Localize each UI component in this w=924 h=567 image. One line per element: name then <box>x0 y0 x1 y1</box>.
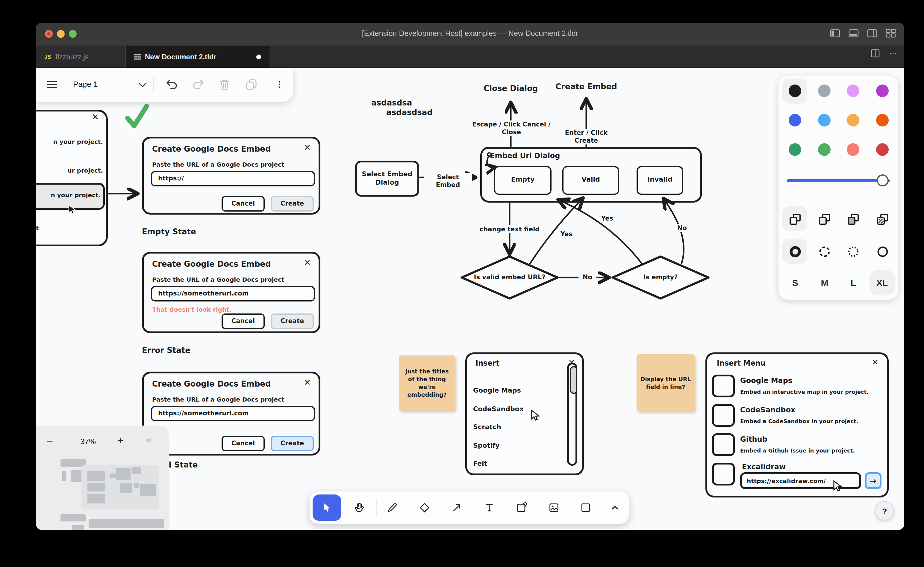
zoom-out-button[interactable]: − <box>47 435 53 448</box>
opacity-slider-handle[interactable] <box>877 174 889 186</box>
close-icon[interactable]: ✕ <box>304 258 311 267</box>
size-xl-button[interactable]: XL <box>869 274 895 292</box>
embed-name[interactable]: Excalidraw <box>742 463 786 471</box>
dialog-error-state[interactable]: Create Google Docs Embed ✕ Paste the URL… <box>142 252 320 333</box>
color-light-red[interactable] <box>847 143 860 156</box>
dash-dashed-icon[interactable] <box>818 245 831 258</box>
split-editor-icon[interactable] <box>871 49 880 57</box>
fill-semi-icon[interactable] <box>818 213 831 226</box>
size-s-button[interactable]: S <box>782 274 808 292</box>
hand-tool-icon[interactable] <box>353 502 365 514</box>
rectangle-tool-icon[interactable] <box>580 502 592 514</box>
menu-item[interactable]: Felt <box>473 460 487 468</box>
more-tools-chevron-icon[interactable] <box>609 502 621 514</box>
close-icon[interactable]: ✕ <box>304 377 311 387</box>
cancel-button[interactable]: Cancel <box>222 313 265 329</box>
eraser-tool-icon[interactable] <box>418 502 430 514</box>
dash-solid-icon[interactable] <box>876 245 889 258</box>
url-input[interactable]: https:// <box>151 171 315 186</box>
fill-solid-icon[interactable] <box>847 213 860 226</box>
insert-menu-mockup[interactable]: Insert ✕ Google Maps CodeSandbox Scratch… <box>465 352 584 475</box>
embed-desc: Embed a Github Issue in your project. <box>740 448 855 454</box>
fill-none-icon[interactable] <box>789 213 802 226</box>
scrollbar-track[interactable] <box>567 362 577 466</box>
clipped-dialog-shape[interactable]: ✕ <box>36 110 108 246</box>
customize-layout-icon[interactable] <box>886 29 896 38</box>
embed-name[interactable]: Github <box>740 435 767 444</box>
url-input[interactable]: https://someotherurl.com <box>151 406 315 421</box>
dash-draw-icon[interactable] <box>789 245 802 258</box>
arrow-tool-icon[interactable] <box>451 502 463 514</box>
draw-tool-icon[interactable] <box>386 502 398 514</box>
text-tool-icon[interactable] <box>483 502 495 514</box>
sticky-note[interactable]: Just the titles of the thing we're embed… <box>399 355 455 411</box>
tab-fizzbuzz[interactable]: JS fizzbuzz.js <box>36 45 126 68</box>
close-icon[interactable]: ✕ <box>872 358 879 367</box>
fill-pattern-icon[interactable] <box>876 213 889 226</box>
select-embed-dialog-box[interactable]: Select Embed Dialog <box>355 161 419 197</box>
main-menu-icon[interactable] <box>47 80 57 89</box>
dash-dotted-icon[interactable] <box>847 245 860 258</box>
state-valid-box[interactable]: Valid <box>562 166 619 195</box>
color-green[interactable] <box>789 143 801 156</box>
color-blue[interactable] <box>789 114 801 126</box>
state-empty-box[interactable]: Empty <box>494 166 552 195</box>
more-menu-icon[interactable]: ⋮ <box>276 80 283 89</box>
color-light-violet[interactable] <box>847 84 860 97</box>
note-tool-icon[interactable] <box>516 502 528 514</box>
cancel-button[interactable]: Cancel <box>222 196 265 212</box>
menu-item[interactable]: Google Maps <box>473 387 521 394</box>
help-button[interactable]: ? <box>875 501 894 520</box>
minimap[interactable] <box>36 454 169 530</box>
embed-url-input[interactable]: https://excalidraw.com/ <box>740 472 861 489</box>
dialog-empty-state[interactable]: Create Google Docs Embed ✕ Paste the URL… <box>142 137 320 215</box>
zoom-level[interactable]: 37% <box>70 437 105 446</box>
color-light-blue[interactable] <box>818 114 831 126</box>
highlighted-menu-row[interactable]: n your project. <box>36 183 105 210</box>
toggle-secondary-sidebar-icon[interactable] <box>867 29 877 38</box>
menu-item[interactable]: Spotify <box>473 442 500 450</box>
size-m-button[interactable]: M <box>812 274 838 292</box>
chevron-down-icon[interactable] <box>139 83 146 87</box>
color-light-green[interactable] <box>818 143 831 156</box>
trash-icon[interactable] <box>219 78 230 90</box>
menu-item[interactable]: Scratch <box>473 423 501 431</box>
close-icon[interactable]: ✕ <box>304 143 311 152</box>
close-icon[interactable]: ✕ <box>92 112 99 122</box>
url-input[interactable]: https://someotherurl.com <box>151 286 315 301</box>
color-violet[interactable] <box>876 84 889 97</box>
color-yellow[interactable] <box>847 114 860 126</box>
editor-actions-more-icon[interactable]: ⋯ <box>889 49 897 57</box>
embed-name[interactable]: Google Maps <box>740 376 792 385</box>
duplicate-icon[interactable] <box>246 78 258 90</box>
zoom-in-button[interactable]: + <box>117 435 124 447</box>
embed-url-dialog-container[interactable]: Embed Url Dialog Empty Valid Invalid <box>480 147 702 203</box>
create-button[interactable]: Create <box>271 436 314 451</box>
undo-icon[interactable] <box>166 79 178 90</box>
create-button[interactable]: Create <box>271 196 314 212</box>
insert-menu-detailed-mockup[interactable]: Insert Menu ✕ Google Maps Embed an inter… <box>705 352 889 498</box>
cancel-button[interactable]: Cancel <box>222 436 265 451</box>
submit-url-button[interactable]: → <box>865 472 882 489</box>
redo-icon[interactable] <box>192 79 204 90</box>
embed-name[interactable]: CodeSandbox <box>740 406 795 414</box>
select-tool-icon[interactable] <box>321 502 333 514</box>
state-invalid-box[interactable]: Invalid <box>636 166 683 195</box>
size-l-button[interactable]: L <box>840 274 867 292</box>
color-orange[interactable] <box>876 114 889 126</box>
tab-new-document[interactable]: New Document 2.tldr <box>126 45 270 68</box>
color-red[interactable] <box>876 143 889 156</box>
create-button[interactable]: Create <box>271 313 314 329</box>
scrollbar-thumb[interactable] <box>570 366 577 394</box>
toggle-sidebar-icon[interactable] <box>830 29 840 38</box>
toggle-panel-icon[interactable] <box>849 29 859 38</box>
sticky-note[interactable]: Display the URL field in line? <box>636 354 694 411</box>
color-grey[interactable] <box>818 84 831 97</box>
menu-item[interactable]: CodeSandbox <box>473 405 524 413</box>
page-menu-button[interactable]: Page 1 <box>73 80 98 89</box>
tldraw-canvas[interactable]: ✕ n your project. ur project. n your pro… <box>36 68 904 530</box>
asset-tool-icon[interactable] <box>548 502 560 514</box>
collapse-minimap-icon[interactable]: « <box>146 435 152 445</box>
opacity-slider-track[interactable] <box>787 179 890 182</box>
color-black[interactable] <box>789 84 801 97</box>
